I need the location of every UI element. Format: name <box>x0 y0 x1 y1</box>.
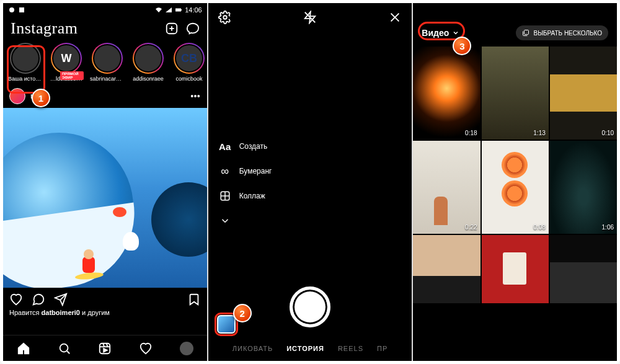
share-icon[interactable] <box>54 293 68 306</box>
stories-tray[interactable]: Ваша истор… W ПРЯМОЙ ЭФИР …ldclasscl… sa… <box>3 39 207 84</box>
flash-off-icon[interactable] <box>303 11 317 24</box>
chevron-down-icon <box>218 214 232 228</box>
post-avatar[interactable] <box>9 88 25 104</box>
mode-reels[interactable]: REELS <box>338 345 363 352</box>
tool-create[interactable]: Aa Создать <box>218 140 272 153</box>
layout-icon <box>218 189 232 203</box>
svg-point-9 <box>198 95 199 97</box>
text-icon: Aa <box>218 140 232 153</box>
instagram-header: Instagram <box>3 17 207 39</box>
story-label: Ваша истор… <box>8 76 43 82</box>
tool-label: Создать <box>239 142 268 151</box>
close-icon[interactable] <box>388 11 402 24</box>
svg-line-13 <box>67 351 69 353</box>
svg-rect-1 <box>19 7 24 12</box>
svg-marker-18 <box>104 348 107 352</box>
svg-rect-27 <box>525 30 529 35</box>
pane-gallery-picker: Видео ВЫБРАТЬ НЕСКОЛЬКО 3 0:18 1:13 0:10… <box>413 3 617 361</box>
battery-icon <box>175 6 182 14</box>
wifi-icon <box>155 6 162 14</box>
nav-reels-icon[interactable] <box>98 342 112 355</box>
like-icon[interactable] <box>9 293 23 306</box>
duration-label: 0:08 <box>533 224 545 231</box>
select-multiple-button[interactable]: ВЫБРАТЬ НЕСКОЛЬКО <box>516 25 608 40</box>
media-thumbnail[interactable]: 0:10 <box>550 47 617 140</box>
svg-point-8 <box>194 95 195 97</box>
mode-story[interactable]: ИСТОРИЯ <box>286 345 324 352</box>
chevron-down-icon <box>452 29 459 37</box>
story-label: addisonraee <box>133 76 164 82</box>
nav-profile-avatar[interactable] <box>180 342 193 355</box>
settings-icon[interactable] <box>218 11 232 24</box>
gallery-thumbnail[interactable] <box>217 315 236 334</box>
duration-label: 0:22 <box>465 224 477 231</box>
svg-point-0 <box>9 7 14 12</box>
nav-activity-icon[interactable] <box>139 342 153 355</box>
stack-icon <box>522 29 529 37</box>
status-bar: 14:06 <box>3 3 207 17</box>
signal-icon <box>165 6 172 14</box>
step-marker-1: 1 <box>32 89 50 107</box>
story-label: comicbook <box>175 76 202 82</box>
camera-top-bar <box>208 3 412 32</box>
mode-post[interactable]: ЛИКОВАТЬ <box>232 345 273 352</box>
duration-label: 0:18 <box>465 130 477 136</box>
pane-instagram-feed: 14:06 Instagram Ваша истор… W ПРЯМОЙ ЭФИ… <box>3 3 207 361</box>
camera-modes[interactable]: ЛИКОВАТЬ ИСТОРИЯ REELS ПР <box>208 345 412 352</box>
new-post-icon[interactable] <box>165 22 179 35</box>
tool-layout[interactable]: Коллаж <box>218 189 272 203</box>
duration-label: 1:13 <box>533 130 545 136</box>
media-thumbnail[interactable]: 0:22 <box>413 141 480 234</box>
select-multiple-label: ВЫБРАТЬ НЕСКОЛЬКО <box>533 30 602 37</box>
post-actions <box>3 288 207 309</box>
infinity-icon: ∞ <box>218 164 232 178</box>
svg-rect-3 <box>181 9 182 11</box>
tool-expand[interactable] <box>218 214 272 228</box>
story-item[interactable]: addisonraee <box>131 43 166 82</box>
bookmark-icon[interactable] <box>187 293 201 306</box>
duration-label: 0:10 <box>602 130 614 136</box>
step-marker-2: 2 <box>233 304 252 322</box>
pane-story-camera: Aa Создать ∞ Бумеранг Коллаж 2 ЛИКОВАТЬ … <box>208 3 412 361</box>
media-thumbnail[interactable]: 0:08 <box>482 141 549 234</box>
media-thumbnail[interactable] <box>482 235 549 303</box>
live-badge: ПРЯМОЙ ЭФИР <box>60 71 84 80</box>
bottom-nav <box>3 335 207 361</box>
app-icon-2 <box>18 6 25 14</box>
story-live[interactable]: W ПРЯМОЙ ЭФИР …ldclasscl… <box>49 43 84 82</box>
media-thumbnail[interactable] <box>550 235 617 303</box>
mode-live[interactable]: ПР <box>377 345 388 352</box>
svg-rect-2 <box>175 9 181 12</box>
media-thumbnail[interactable]: 1:13 <box>482 47 549 140</box>
messenger-icon[interactable] <box>186 22 200 35</box>
story-label: sabrinacarpe… <box>90 76 125 82</box>
story-item[interactable]: CB comicbook <box>172 43 206 82</box>
svg-point-12 <box>60 344 68 352</box>
tool-label: Бумеранг <box>239 167 272 175</box>
shutter-button[interactable] <box>290 286 330 327</box>
story-tools: Aa Создать ∞ Бумеранг Коллаж <box>218 140 272 228</box>
comment-icon[interactable] <box>32 293 45 306</box>
app-icon-1 <box>8 6 16 14</box>
duration-label: 1:06 <box>602 224 614 231</box>
story-your-story[interactable]: Ваша истор… <box>8 43 43 82</box>
svg-point-19 <box>223 16 227 19</box>
media-thumbnail[interactable]: 0:18 <box>413 47 480 140</box>
media-thumbnail[interactable]: 1:06 <box>550 141 617 234</box>
instagram-logo[interactable]: Instagram <box>11 19 78 38</box>
gallery-top-bar: Видео ВЫБРАТЬ НЕСКОЛЬКО <box>413 3 617 47</box>
nav-home-icon[interactable] <box>17 342 30 355</box>
filter-label: Видео <box>422 28 449 38</box>
status-time: 14:06 <box>185 6 202 14</box>
media-filter-dropdown[interactable]: Видео <box>422 28 459 38</box>
tool-boomerang[interactable]: ∞ Бумеранг <box>218 164 272 178</box>
likes-text[interactable]: Нравится datboimeri0 и другим <box>3 309 207 320</box>
tool-label: Коллаж <box>239 192 265 200</box>
post-more-icon[interactable] <box>190 91 201 102</box>
svg-point-7 <box>191 95 192 97</box>
media-grid: 0:18 1:13 0:10 0:22 0:08 1:06 <box>413 47 617 361</box>
nav-search-icon[interactable] <box>58 342 71 355</box>
media-thumbnail[interactable] <box>413 235 480 303</box>
story-item[interactable]: sabrinacarpe… <box>90 43 125 82</box>
post-image[interactable] <box>3 108 207 288</box>
